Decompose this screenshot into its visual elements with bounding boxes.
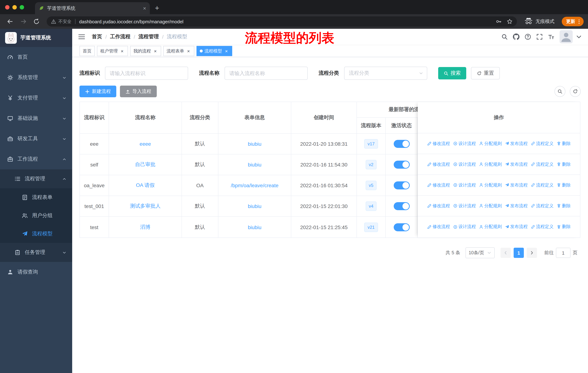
row-action-design[interactable]: 设计流程 [453, 182, 476, 188]
row-action-publish[interactable]: 发布流程 [505, 203, 528, 209]
process-name-link[interactable]: eeee [140, 141, 151, 147]
refresh-table-button[interactable] [570, 86, 581, 97]
sidebar-item-task-mgmt[interactable]: 任务管理 [0, 243, 72, 262]
close-icon[interactable]: × [153, 49, 158, 53]
breadcrumb-home[interactable]: 首页 [92, 33, 102, 40]
row-action-delete[interactable]: 删除 [556, 161, 571, 167]
password-key-icon[interactable] [496, 19, 502, 24]
close-icon[interactable]: × [120, 49, 125, 53]
row-action-delete[interactable]: 删除 [556, 182, 571, 188]
row-action-definition[interactable]: 流程定义 [531, 141, 554, 147]
process-name-link[interactable]: OA 请假 [136, 182, 155, 189]
row-action-modify[interactable]: 修改流程 [427, 203, 450, 209]
active-toggle[interactable] [394, 140, 410, 148]
sidebar-item-payment[interactable]: 支付管理 [0, 88, 72, 108]
row-action-design[interactable]: 设计流程 [453, 161, 476, 167]
category-select[interactable]: 流程分类 [344, 67, 427, 80]
app-logo[interactable]: 芋道管理系统 [0, 29, 72, 47]
form-info-link[interactable]: biubiu [248, 141, 262, 147]
new-tab-button[interactable]: + [155, 4, 159, 12]
tag-process-form[interactable]: 流程表单× [163, 46, 194, 56]
row-action-definition[interactable]: 流程定义 [531, 161, 554, 167]
page-size-select[interactable]: 10条/页 [465, 247, 495, 258]
sidebar-item-process-form[interactable]: 流程表单 [0, 188, 72, 207]
back-button[interactable] [7, 18, 13, 25]
row-action-assign[interactable]: 分配规则 [479, 141, 502, 147]
row-action-publish[interactable]: 发布流程 [505, 141, 528, 147]
search-icon[interactable] [501, 33, 508, 40]
page-jumper-input[interactable] [556, 248, 570, 258]
sidebar-item-process-mgmt[interactable]: 流程管理 [0, 169, 72, 188]
active-toggle[interactable] [394, 202, 410, 210]
tag-tenant[interactable]: 租户管理× [97, 46, 128, 56]
row-action-definition[interactable]: 流程定义 [531, 203, 554, 209]
minimize-window-button[interactable] [12, 5, 17, 10]
reload-button[interactable] [33, 18, 40, 25]
next-page-button[interactable] [527, 248, 537, 258]
sidebar-item-home[interactable]: 首页 [0, 47, 72, 67]
form-info-link[interactable]: biubiu [248, 224, 262, 230]
row-action-modify[interactable]: 修改流程 [427, 141, 450, 147]
process-name-input[interactable] [225, 67, 308, 80]
user-avatar[interactable] [560, 30, 573, 43]
reset-button[interactable]: 重置 [471, 67, 500, 80]
browser-menu-dots-icon[interactable] [576, 19, 582, 24]
close-icon[interactable]: × [186, 49, 191, 53]
import-process-button[interactable]: 导入流程 [120, 86, 157, 97]
row-action-publish[interactable]: 发布流程 [505, 182, 528, 188]
row-action-definition[interactable]: 流程定义 [531, 224, 554, 230]
form-info-link[interactable]: biubiu [248, 162, 262, 168]
url-text[interactable]: dashboard.yudao.iocoder.cn/bpm/manager/m… [79, 19, 491, 24]
avatar-caret-icon[interactable] [576, 33, 582, 40]
active-toggle[interactable] [394, 181, 410, 189]
search-button[interactable]: 搜索 [438, 67, 466, 80]
not-secure-label[interactable]: 不安全 [58, 18, 72, 25]
help-icon[interactable] [525, 33, 531, 40]
sidebar-item-leave-query[interactable]: 请假查询 [0, 262, 72, 282]
prev-page-button[interactable] [501, 248, 511, 258]
close-window-button[interactable] [5, 5, 10, 10]
row-action-design[interactable]: 设计流程 [453, 203, 476, 209]
row-action-publish[interactable]: 发布流程 [505, 224, 528, 230]
process-name-link[interactable]: 自己审批 [135, 161, 156, 168]
sidebar-item-workflow[interactable]: 工作流程 [0, 149, 72, 169]
tag-my-process[interactable]: 我的流程× [130, 46, 161, 56]
browser-tab[interactable]: 芋道管理系统 × [35, 2, 150, 14]
breadcrumb-process-mgmt[interactable]: 流程管理 [138, 33, 159, 40]
toggle-search-button[interactable] [555, 86, 565, 97]
hamburger-icon[interactable] [78, 33, 85, 40]
fullscreen-icon[interactable] [536, 33, 543, 40]
row-action-assign[interactable]: 分配规则 [479, 224, 502, 230]
process-name-link[interactable]: 测试多审批人 [130, 203, 161, 210]
update-browser-button[interactable]: 更新 [562, 17, 584, 26]
form-info-link[interactable]: biubiu [248, 203, 262, 209]
tag-home[interactable]: 首页 [79, 46, 95, 56]
row-action-modify[interactable]: 修改流程 [427, 182, 450, 188]
bookmark-star-icon[interactable] [507, 19, 513, 24]
sidebar-item-user-group[interactable]: 用户分组 [0, 207, 72, 225]
create-process-button[interactable]: 新建流程 [79, 86, 116, 97]
row-action-assign[interactable]: 分配规则 [479, 203, 502, 209]
close-icon[interactable]: × [224, 49, 229, 53]
active-toggle[interactable] [394, 223, 410, 231]
form-info-link[interactable]: /bpm/oa/leave/create [231, 182, 279, 188]
active-toggle[interactable] [394, 161, 410, 169]
row-action-publish[interactable]: 发布流程 [505, 161, 528, 167]
sidebar-item-infra[interactable]: 基础设施 [0, 108, 72, 129]
row-action-modify[interactable]: 修改流程 [427, 161, 450, 167]
sidebar-item-devtools[interactable]: 研发工具 [0, 129, 72, 149]
row-action-assign[interactable]: 分配规则 [479, 182, 502, 188]
row-action-design[interactable]: 设计流程 [453, 224, 476, 230]
row-action-assign[interactable]: 分配规则 [479, 161, 502, 167]
font-size-icon[interactable] [548, 33, 555, 40]
sidebar-item-system[interactable]: 系统管理 [0, 67, 72, 88]
close-tab-icon[interactable]: × [143, 5, 146, 11]
row-action-modify[interactable]: 修改流程 [427, 224, 450, 230]
row-action-design[interactable]: 设计流程 [453, 141, 476, 147]
row-action-definition[interactable]: 流程定义 [531, 182, 554, 188]
sidebar-item-process-model[interactable]: 流程模型 [0, 225, 72, 243]
process-id-input[interactable] [105, 67, 188, 80]
tag-process-model[interactable]: 流程模型× [197, 46, 232, 56]
breadcrumb-workflow[interactable]: 工作流程 [110, 33, 130, 40]
github-icon[interactable] [513, 33, 519, 40]
